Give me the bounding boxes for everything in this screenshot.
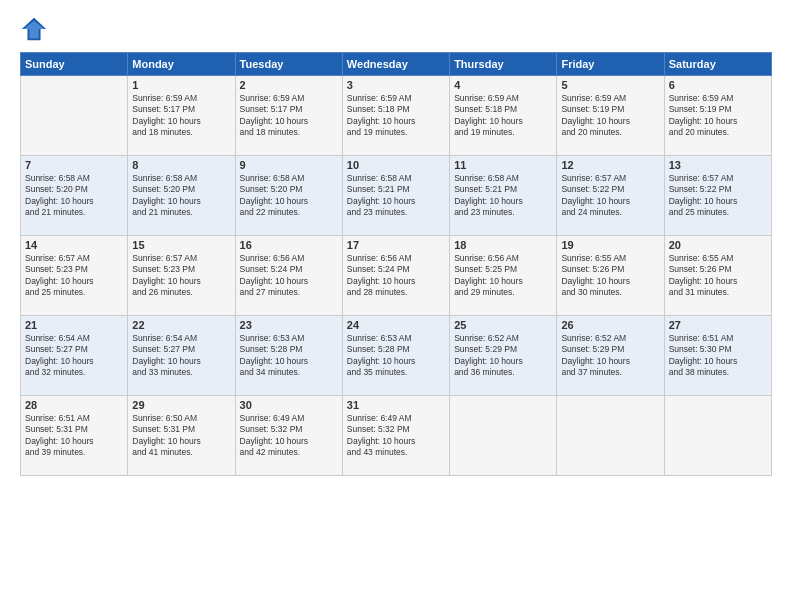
day-info: Sunrise: 6:54 AM Sunset: 5:27 PM Dayligh…	[25, 333, 123, 379]
day-info: Sunrise: 6:52 AM Sunset: 5:29 PM Dayligh…	[561, 333, 659, 379]
day-number: 4	[454, 79, 552, 91]
day-number: 1	[132, 79, 230, 91]
day-number: 13	[669, 159, 767, 171]
calendar-cell: 24Sunrise: 6:53 AM Sunset: 5:28 PM Dayli…	[342, 316, 449, 396]
calendar-cell: 6Sunrise: 6:59 AM Sunset: 5:19 PM Daylig…	[664, 76, 771, 156]
logo	[20, 16, 52, 44]
calendar-cell: 21Sunrise: 6:54 AM Sunset: 5:27 PM Dayli…	[21, 316, 128, 396]
day-number: 19	[561, 239, 659, 251]
day-number: 30	[240, 399, 338, 411]
day-info: Sunrise: 6:57 AM Sunset: 5:22 PM Dayligh…	[669, 173, 767, 219]
day-info: Sunrise: 6:58 AM Sunset: 5:20 PM Dayligh…	[25, 173, 123, 219]
page: SundayMondayTuesdayWednesdayThursdayFrid…	[0, 0, 792, 612]
weekday-header: Wednesday	[342, 53, 449, 76]
day-info: Sunrise: 6:53 AM Sunset: 5:28 PM Dayligh…	[240, 333, 338, 379]
day-number: 20	[669, 239, 767, 251]
day-info: Sunrise: 6:58 AM Sunset: 5:20 PM Dayligh…	[132, 173, 230, 219]
day-info: Sunrise: 6:59 AM Sunset: 5:17 PM Dayligh…	[132, 93, 230, 139]
day-number: 26	[561, 319, 659, 331]
calendar-cell: 1Sunrise: 6:59 AM Sunset: 5:17 PM Daylig…	[128, 76, 235, 156]
calendar-cell: 28Sunrise: 6:51 AM Sunset: 5:31 PM Dayli…	[21, 396, 128, 476]
weekday-header: Friday	[557, 53, 664, 76]
day-number: 24	[347, 319, 445, 331]
svg-marker-1	[24, 21, 45, 39]
day-info: Sunrise: 6:58 AM Sunset: 5:21 PM Dayligh…	[347, 173, 445, 219]
calendar-cell: 22Sunrise: 6:54 AM Sunset: 5:27 PM Dayli…	[128, 316, 235, 396]
calendar-cell: 10Sunrise: 6:58 AM Sunset: 5:21 PM Dayli…	[342, 156, 449, 236]
day-number: 31	[347, 399, 445, 411]
calendar-cell: 23Sunrise: 6:53 AM Sunset: 5:28 PM Dayli…	[235, 316, 342, 396]
calendar-cell: 18Sunrise: 6:56 AM Sunset: 5:25 PM Dayli…	[450, 236, 557, 316]
calendar-cell: 9Sunrise: 6:58 AM Sunset: 5:20 PM Daylig…	[235, 156, 342, 236]
calendar-cell: 27Sunrise: 6:51 AM Sunset: 5:30 PM Dayli…	[664, 316, 771, 396]
calendar-cell: 13Sunrise: 6:57 AM Sunset: 5:22 PM Dayli…	[664, 156, 771, 236]
day-info: Sunrise: 6:51 AM Sunset: 5:30 PM Dayligh…	[669, 333, 767, 379]
calendar-cell: 2Sunrise: 6:59 AM Sunset: 5:17 PM Daylig…	[235, 76, 342, 156]
weekday-header: Thursday	[450, 53, 557, 76]
day-number: 16	[240, 239, 338, 251]
header	[20, 16, 772, 44]
day-number: 22	[132, 319, 230, 331]
logo-icon	[20, 16, 48, 44]
weekday-header: Saturday	[664, 53, 771, 76]
day-info: Sunrise: 6:59 AM Sunset: 5:19 PM Dayligh…	[561, 93, 659, 139]
day-number: 2	[240, 79, 338, 91]
day-info: Sunrise: 6:57 AM Sunset: 5:23 PM Dayligh…	[25, 253, 123, 299]
day-info: Sunrise: 6:58 AM Sunset: 5:20 PM Dayligh…	[240, 173, 338, 219]
day-number: 8	[132, 159, 230, 171]
day-info: Sunrise: 6:55 AM Sunset: 5:26 PM Dayligh…	[561, 253, 659, 299]
day-number: 12	[561, 159, 659, 171]
calendar-cell: 17Sunrise: 6:56 AM Sunset: 5:24 PM Dayli…	[342, 236, 449, 316]
calendar-cell	[21, 76, 128, 156]
day-info: Sunrise: 6:51 AM Sunset: 5:31 PM Dayligh…	[25, 413, 123, 459]
calendar-cell: 16Sunrise: 6:56 AM Sunset: 5:24 PM Dayli…	[235, 236, 342, 316]
day-number: 18	[454, 239, 552, 251]
day-number: 7	[25, 159, 123, 171]
day-info: Sunrise: 6:59 AM Sunset: 5:19 PM Dayligh…	[669, 93, 767, 139]
calendar-cell: 29Sunrise: 6:50 AM Sunset: 5:31 PM Dayli…	[128, 396, 235, 476]
day-number: 11	[454, 159, 552, 171]
day-number: 6	[669, 79, 767, 91]
calendar-cell: 7Sunrise: 6:58 AM Sunset: 5:20 PM Daylig…	[21, 156, 128, 236]
weekday-header: Tuesday	[235, 53, 342, 76]
weekday-header: Sunday	[21, 53, 128, 76]
day-info: Sunrise: 6:55 AM Sunset: 5:26 PM Dayligh…	[669, 253, 767, 299]
calendar-cell: 12Sunrise: 6:57 AM Sunset: 5:22 PM Dayli…	[557, 156, 664, 236]
day-number: 29	[132, 399, 230, 411]
day-info: Sunrise: 6:50 AM Sunset: 5:31 PM Dayligh…	[132, 413, 230, 459]
day-info: Sunrise: 6:53 AM Sunset: 5:28 PM Dayligh…	[347, 333, 445, 379]
calendar-cell: 20Sunrise: 6:55 AM Sunset: 5:26 PM Dayli…	[664, 236, 771, 316]
day-info: Sunrise: 6:59 AM Sunset: 5:18 PM Dayligh…	[454, 93, 552, 139]
calendar-cell: 15Sunrise: 6:57 AM Sunset: 5:23 PM Dayli…	[128, 236, 235, 316]
calendar-cell: 4Sunrise: 6:59 AM Sunset: 5:18 PM Daylig…	[450, 76, 557, 156]
calendar-cell: 8Sunrise: 6:58 AM Sunset: 5:20 PM Daylig…	[128, 156, 235, 236]
day-number: 21	[25, 319, 123, 331]
day-info: Sunrise: 6:52 AM Sunset: 5:29 PM Dayligh…	[454, 333, 552, 379]
weekday-header: Monday	[128, 53, 235, 76]
day-info: Sunrise: 6:57 AM Sunset: 5:23 PM Dayligh…	[132, 253, 230, 299]
day-number: 15	[132, 239, 230, 251]
day-number: 25	[454, 319, 552, 331]
day-info: Sunrise: 6:57 AM Sunset: 5:22 PM Dayligh…	[561, 173, 659, 219]
day-number: 10	[347, 159, 445, 171]
day-number: 3	[347, 79, 445, 91]
day-number: 9	[240, 159, 338, 171]
calendar-cell: 30Sunrise: 6:49 AM Sunset: 5:32 PM Dayli…	[235, 396, 342, 476]
day-info: Sunrise: 6:49 AM Sunset: 5:32 PM Dayligh…	[240, 413, 338, 459]
day-number: 23	[240, 319, 338, 331]
calendar-cell	[557, 396, 664, 476]
calendar-cell	[664, 396, 771, 476]
day-number: 14	[25, 239, 123, 251]
day-number: 28	[25, 399, 123, 411]
day-info: Sunrise: 6:49 AM Sunset: 5:32 PM Dayligh…	[347, 413, 445, 459]
calendar-cell: 26Sunrise: 6:52 AM Sunset: 5:29 PM Dayli…	[557, 316, 664, 396]
day-info: Sunrise: 6:58 AM Sunset: 5:21 PM Dayligh…	[454, 173, 552, 219]
calendar-cell: 31Sunrise: 6:49 AM Sunset: 5:32 PM Dayli…	[342, 396, 449, 476]
calendar-cell: 5Sunrise: 6:59 AM Sunset: 5:19 PM Daylig…	[557, 76, 664, 156]
day-number: 27	[669, 319, 767, 331]
day-number: 5	[561, 79, 659, 91]
calendar-cell: 25Sunrise: 6:52 AM Sunset: 5:29 PM Dayli…	[450, 316, 557, 396]
day-info: Sunrise: 6:54 AM Sunset: 5:27 PM Dayligh…	[132, 333, 230, 379]
calendar-cell: 3Sunrise: 6:59 AM Sunset: 5:18 PM Daylig…	[342, 76, 449, 156]
day-info: Sunrise: 6:59 AM Sunset: 5:18 PM Dayligh…	[347, 93, 445, 139]
